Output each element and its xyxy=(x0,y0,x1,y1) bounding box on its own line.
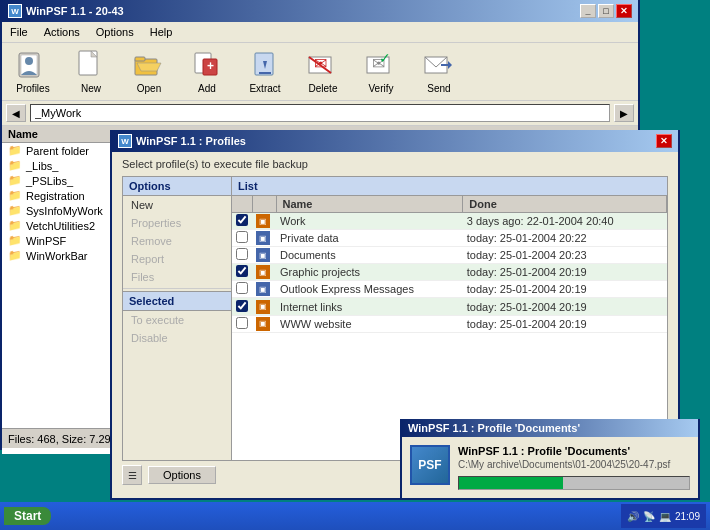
folder-icon: 📁 xyxy=(8,234,22,247)
table-row[interactable]: ▣ WWW website today: 25-01-2004 20:19 xyxy=(232,315,667,332)
profile-checkbox[interactable] xyxy=(236,214,248,226)
report-button: Report xyxy=(123,250,231,268)
main-window-title: WinPSF 1.1 - 20-43 xyxy=(26,5,124,17)
toolbar-profiles-button[interactable]: Profiles xyxy=(8,47,58,96)
profile-type-icon: ▣ xyxy=(256,214,270,228)
verify-icon: ✉ ✓ xyxy=(365,49,397,81)
open-label: Open xyxy=(137,83,161,94)
col-done: Done xyxy=(463,196,667,213)
profile-type-icon: ▣ xyxy=(256,317,270,331)
go-button[interactable]: ▶ xyxy=(614,104,634,122)
maximize-button[interactable]: □ xyxy=(598,4,614,18)
table-row[interactable]: ▣ Work 3 days ago: 22-01-2004 20:40 xyxy=(232,213,667,230)
close-button[interactable]: ✕ xyxy=(616,4,632,18)
options-icon-button[interactable]: ☰ xyxy=(122,465,142,485)
toolbar-open-button[interactable]: Open xyxy=(124,47,174,96)
extract-icon xyxy=(249,49,281,81)
toolbar-extract-button[interactable]: Extract xyxy=(240,47,290,96)
folder-icon: 📁 xyxy=(8,174,22,187)
profiles-subtitle: Select profile(s) to execute file backup xyxy=(122,158,668,170)
table-row[interactable]: ▣ Private data today: 25-01-2004 20:22 xyxy=(232,230,667,247)
progress-path: C:\My archive\Documents\01-2004\25\20-47… xyxy=(458,459,690,470)
col-name: Name xyxy=(276,196,463,213)
progress-bar-fill xyxy=(459,477,563,489)
new-label: New xyxy=(81,83,101,94)
folder-icon: 📁 xyxy=(8,219,22,232)
profiles-dialog-title: WinPSF 1.1 : Profiles xyxy=(136,135,246,147)
profiles-dialog-icon: W xyxy=(118,134,132,148)
new-profile-button[interactable]: New xyxy=(123,196,231,214)
add-icon: + xyxy=(191,49,223,81)
profile-checkbox[interactable] xyxy=(236,300,248,312)
network-icon: 📡 xyxy=(643,511,655,522)
profiles-title-bar: W WinPSF 1.1 : Profiles ✕ xyxy=(112,130,678,152)
menu-help[interactable]: Help xyxy=(142,24,181,40)
status-text: Files: 468, Size: 7.29 M xyxy=(8,433,123,445)
toolbar-delete-button[interactable]: ✉ Delete xyxy=(298,47,348,96)
volume-icon: 🔊 xyxy=(627,511,639,522)
send-label: Send xyxy=(427,83,450,94)
divider xyxy=(123,288,231,289)
toolbar-send-button[interactable]: Send xyxy=(414,47,464,96)
progress-title-text: WinPSF 1.1 : Profile 'Documents' xyxy=(458,445,690,457)
left-panel: Options New Properties Remove Report Fil… xyxy=(122,176,232,461)
app-icon: W xyxy=(8,4,22,18)
delete-label: Delete xyxy=(309,83,338,94)
menu-actions[interactable]: Actions xyxy=(36,24,88,40)
table-row[interactable]: ▣ Graphic projects today: 25-01-2004 20:… xyxy=(232,264,667,281)
toolbar: Profiles New Open xyxy=(2,43,638,101)
svg-text:✓: ✓ xyxy=(379,50,391,66)
start-button[interactable]: Start xyxy=(4,507,51,525)
main-title-bar: W WinPSF 1.1 - 20-43 _ □ ✕ xyxy=(2,0,638,22)
folder-icon: 📁 xyxy=(8,249,22,262)
table-row[interactable]: ▣ Outlook Express Messages today: 25-01-… xyxy=(232,281,667,298)
menu-file[interactable]: File xyxy=(2,24,36,40)
folder-icon: 📁 xyxy=(8,204,22,217)
disable-button: Disable xyxy=(123,329,231,347)
svg-text:+: + xyxy=(207,59,214,73)
profile-checkbox[interactable] xyxy=(236,282,248,294)
clock: 21:09 xyxy=(675,511,700,522)
address-input[interactable] xyxy=(30,104,610,122)
svg-point-2 xyxy=(25,57,33,65)
table-row[interactable]: ▣ Internet links today: 25-01-2004 20:19 xyxy=(232,298,667,315)
monitor-icon: 💻 xyxy=(659,511,671,522)
toolbar-new-button[interactable]: New xyxy=(66,47,116,96)
col-check xyxy=(232,196,252,213)
minimize-button[interactable]: _ xyxy=(580,4,596,18)
progress-bar xyxy=(458,476,690,490)
profile-type-icon: ▣ xyxy=(256,300,270,314)
profile-checkbox[interactable] xyxy=(236,317,248,329)
back-button[interactable]: ◀ xyxy=(6,104,26,122)
profile-checkbox[interactable] xyxy=(236,231,248,243)
folder-up-icon: 📁 xyxy=(8,144,22,157)
open-icon xyxy=(133,49,165,81)
properties-button: Properties xyxy=(123,214,231,232)
to-execute-button: To execute xyxy=(123,311,231,329)
system-tray: 🔊 📡 💻 21:09 xyxy=(621,504,706,528)
progress-info: WinPSF 1.1 : Profile 'Documents' C:\My a… xyxy=(458,445,690,490)
progress-dialog: WinPSF 1.1 : Profile 'Documents' PSF Win… xyxy=(400,419,700,500)
menu-options[interactable]: Options xyxy=(88,24,142,40)
profile-checkbox[interactable] xyxy=(236,248,248,260)
list-header: List xyxy=(232,177,667,196)
send-icon xyxy=(423,49,455,81)
progress-body: PSF WinPSF 1.1 : Profile 'Documents' C:\… xyxy=(402,437,698,498)
toolbar-verify-button[interactable]: ✉ ✓ Verify xyxy=(356,47,406,96)
verify-label: Verify xyxy=(368,83,393,94)
new-icon xyxy=(75,49,107,81)
table-row[interactable]: ▣ Documents today: 25-01-2004 20:23 xyxy=(232,247,667,264)
remove-button: Remove xyxy=(123,232,231,250)
address-bar: ◀ ▶ xyxy=(2,101,638,126)
profile-type-icon: ▣ xyxy=(256,231,270,245)
menu-bar: File Actions Options Help xyxy=(2,22,638,43)
toolbar-add-button[interactable]: + Add xyxy=(182,47,232,96)
profiles-close-button[interactable]: ✕ xyxy=(656,134,672,148)
folder-icon: 📁 xyxy=(8,189,22,202)
profile-checkbox[interactable] xyxy=(236,265,248,277)
profiles-label: Profiles xyxy=(16,83,49,94)
col-icon xyxy=(252,196,276,213)
options-section-header: Options xyxy=(123,177,231,196)
taskbar: Start 🔊 📡 💻 21:09 xyxy=(0,502,710,530)
options-button[interactable]: Options xyxy=(148,466,216,484)
